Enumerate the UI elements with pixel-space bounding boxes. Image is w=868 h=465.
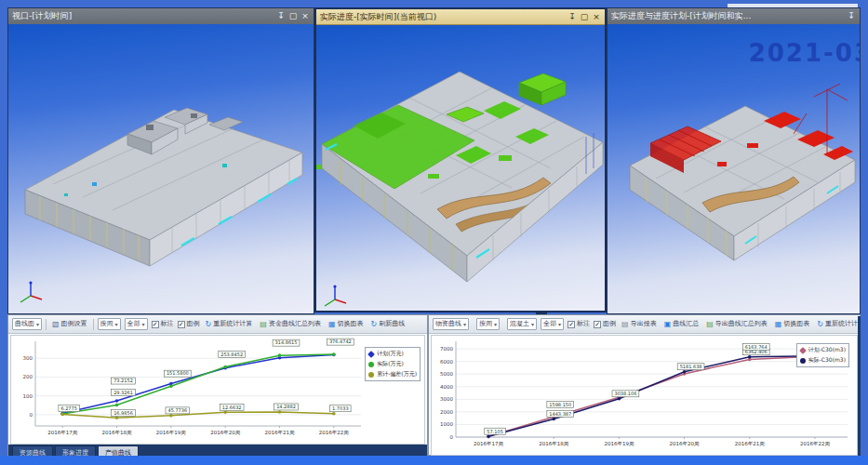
svg-text:1000: 1000	[440, 421, 453, 427]
axis-triad-icon	[325, 285, 346, 306]
chevron-down-icon: ▾	[36, 322, 39, 327]
svg-text:6000: 6000	[440, 359, 453, 365]
toolbar-label: 刷新曲线	[379, 321, 405, 327]
toolbar-check-图例[interactable]: ✓图例	[178, 321, 200, 328]
viewport-window-planned: 视口-[计划时间] ↧ ▢ ×	[7, 7, 314, 314]
toolbar-icon: ▣	[664, 321, 672, 328]
toolbar-label: 导出报表	[631, 321, 657, 327]
toolbar-button-切换图表[interactable]: ▦切换图表	[773, 317, 812, 331]
svg-text:151.5800: 151.5800	[167, 370, 189, 376]
toolbar-icon: ↻	[206, 321, 212, 328]
legend-item: 实际(万元)	[368, 360, 417, 368]
toolbar-label: 图例设置	[61, 321, 87, 327]
close-icon[interactable]: ×	[592, 13, 601, 21]
window-title-planned: 视口-[计划时间]	[12, 10, 276, 22]
maximize-icon[interactable]: ▢	[580, 13, 589, 21]
material-curve-legend: 计划-C30(m3)实际-C30(m3)	[796, 343, 849, 367]
chevron-down-icon: ▾	[531, 322, 534, 327]
maximize-icon[interactable]: ▢	[288, 12, 298, 20]
toolbar-icon: ↻	[370, 321, 377, 328]
panel-edge	[858, 316, 861, 456]
svg-text:3038.106: 3038.106	[614, 391, 636, 396]
svg-text:0: 0	[30, 412, 33, 418]
toolbar-icon: ↻	[817, 321, 823, 328]
toolbar-select-按周[interactable]: 按周▾	[476, 318, 500, 330]
svg-text:2016年19周: 2016年19周	[156, 430, 186, 435]
svg-text:5181.638: 5181.638	[680, 364, 702, 369]
chevron-down-icon: ▾	[142, 322, 145, 327]
toolbar-label: 标注	[577, 321, 590, 327]
svg-text:2016年22周: 2016年22周	[319, 430, 349, 435]
toolbar-button-重新统计计算[interactable]: ↻重新统计计算	[815, 317, 860, 331]
titlebar-compare[interactable]: 实际进度与进度计划-[计划时间和实... ↧	[608, 8, 860, 24]
legend-item: 计划-C30(m3)	[800, 346, 846, 354]
toolbar-select-全部[interactable]: 全部▾	[125, 318, 148, 330]
viewport-canvas-actual[interactable]	[316, 25, 605, 311]
legend-item: 实际-C30(m3)	[800, 356, 846, 365]
toolbar-button-刷新曲线[interactable]: ↻刷新曲线	[368, 317, 407, 331]
toolbar-check-标注[interactable]: ✓标注	[152, 321, 174, 328]
toolbar-select-曲线图[interactable]: 曲线图▾	[12, 318, 42, 330]
toolbar-icon: ▦	[775, 321, 782, 328]
toolbar-button-曲线汇总[interactable]: ▣曲线汇总	[662, 317, 701, 331]
svg-text:2016年22周: 2016年22周	[800, 441, 830, 446]
pin-icon[interactable]: ↧	[276, 12, 286, 20]
window-title-compare: 实际进度与进度计划-[计划时间和实...	[611, 10, 847, 22]
value-curve-plot: 01002003002016年17周2016年18周2016年19周2016年2…	[11, 336, 368, 440]
window-edge-highlight	[728, 4, 858, 7]
svg-text:45.7736: 45.7736	[167, 407, 187, 413]
toolbar-select-按周[interactable]: 按周▾	[98, 318, 121, 330]
titlebar-actual[interactable]: 实际进度-[实际时间](当前视口) ↧ ▢ ×	[316, 9, 605, 25]
toolbar-label: 标注	[161, 321, 174, 327]
toolbar-separator	[93, 319, 94, 330]
axis-triad-icon	[20, 281, 42, 302]
svg-text:200: 200	[23, 374, 33, 379]
material-curve-chart: 010002000300040005000600070002016年17周201…	[431, 335, 858, 456]
toolbar-label: 物资曲线	[435, 321, 461, 327]
svg-text:2000: 2000	[440, 409, 453, 415]
viewport-window-compare: 实际进度与进度计划-[计划时间和实... ↧ 2021-03	[607, 7, 861, 314]
svg-text:0: 0	[450, 434, 454, 440]
toolbar-select-物资曲线[interactable]: 物资曲线▾	[433, 318, 469, 330]
svg-text:1.7033: 1.7033	[332, 405, 349, 411]
titlebar-planned[interactable]: 视口-[计划时间] ↧ ▢ ×	[8, 8, 314, 24]
toolbar-check-图例[interactable]: ✓图例	[594, 321, 616, 328]
toolbar-button-重新统计计算[interactable]: ↻重新统计计算	[204, 317, 255, 331]
svg-text:300: 300	[23, 355, 33, 361]
svg-text:1598.150: 1598.150	[549, 402, 571, 407]
pin-icon[interactable]: ↧	[847, 12, 856, 20]
toolbar-check-标注[interactable]: ✓标注	[568, 321, 590, 328]
toolbar-label: 按周	[100, 321, 114, 327]
svg-text:6163.764: 6163.764	[745, 344, 768, 350]
svg-text:376.4742: 376.4742	[329, 339, 352, 344]
toolbar-button-导出报表[interactable]: ▤导出报表	[620, 317, 659, 331]
svg-text:2016年18周: 2016年18周	[539, 441, 568, 446]
viewport-window-actual: 实际进度-[实际时间](当前视口) ↧ ▢ ×	[314, 7, 607, 312]
toolbar-button-图例设置[interactable]: ▧图例设置	[50, 317, 89, 331]
svg-text:2016年20周: 2016年20周	[210, 430, 240, 435]
svg-text:4000: 4000	[440, 384, 453, 390]
toolbar-select-全部[interactable]: 全部▾	[541, 318, 564, 330]
svg-text:2016年18周: 2016年18周	[102, 430, 132, 435]
material-curve-plot: 010002000300040005000600070002016年17周201…	[432, 336, 855, 451]
toolbar-icon: ▤	[621, 321, 629, 328]
svg-text:100: 100	[23, 393, 33, 399]
toolbar-select-混凝土[interactable]: 混凝土▾	[507, 318, 537, 330]
pin-icon[interactable]: ↧	[568, 13, 577, 21]
toolbar-button-导出曲线汇总列表[interactable]: ▤导出曲线汇总列表	[704, 317, 769, 331]
toolbar-icon: ▦	[328, 321, 336, 328]
toolbar-label: 图例	[603, 321, 616, 327]
value-curve-legend: 计划(万元)实际(万元)累计-偏差(万元)	[365, 347, 421, 381]
close-icon[interactable]: ×	[300, 12, 310, 20]
svg-text:12.6632: 12.6632	[222, 405, 242, 410]
toolbar-label: 导出曲线汇总列表	[715, 321, 768, 327]
svg-text:29.3261: 29.3261	[114, 390, 133, 395]
toolbar-button-切换图表[interactable]: ▦切换图表	[327, 317, 366, 331]
chevron-down-icon: ▾	[463, 322, 466, 327]
viewport-canvas-planned[interactable]	[8, 24, 314, 313]
viewport-canvas-compare[interactable]: 2021-03	[608, 24, 860, 313]
value-curve-toolbar: 曲线图▾▧图例设置按周▾全部▾✓标注✓图例↻重新统计计算▤资金曲线汇总列表▦切换…	[8, 315, 427, 334]
chevron-down-icon: ▾	[558, 322, 561, 327]
legend-item: 计划(万元)	[368, 350, 417, 358]
toolbar-button-资金曲线汇总列表[interactable]: ▤资金曲线汇总列表	[258, 317, 323, 331]
